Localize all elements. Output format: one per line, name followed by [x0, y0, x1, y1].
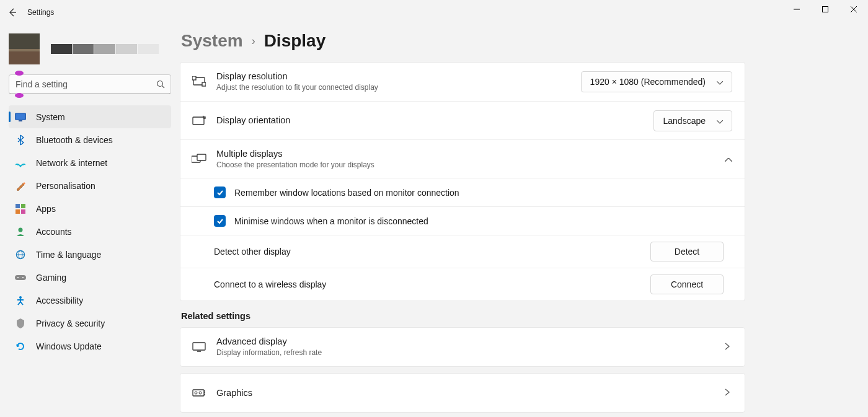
chevron-right-icon: › [252, 35, 255, 48]
checkbox-label: Minimise windows when a monitor is disco… [234, 216, 428, 226]
svg-point-4 [157, 81, 163, 87]
resolution-dropdown[interactable]: 1920 × 1080 (Recommended) [581, 71, 732, 92]
row-multiple-displays[interactable]: Multiple displays Choose the presentatio… [180, 139, 745, 178]
row-subtitle: Display information, refresh rate [216, 348, 715, 358]
checkbox-remember-locations[interactable]: Remember window locations based on monit… [180, 178, 745, 206]
svg-rect-9 [16, 204, 20, 208]
row-title: Graphics [216, 387, 715, 399]
svg-rect-17 [15, 275, 26, 280]
breadcrumb-parent[interactable]: System [181, 31, 243, 51]
nav-item-network[interactable]: Network & internet [9, 151, 171, 174]
check-icon [216, 189, 224, 196]
nav-label: Gaming [36, 273, 66, 283]
nav-item-update[interactable]: Windows Update [9, 335, 171, 358]
checkbox-minimise-disconnect[interactable]: Minimise windows when a monitor is disco… [180, 206, 745, 235]
apps-icon [15, 203, 26, 214]
nav-item-system[interactable]: System [9, 105, 171, 128]
nav-item-time-language[interactable]: Time & language [9, 243, 171, 266]
detect-button[interactable]: Detect [650, 242, 724, 261]
nav-label: Privacy & security [36, 318, 105, 328]
privacy-icon [15, 318, 26, 329]
bluetooth-icon [15, 134, 26, 146]
label: Connect to a wireless display [214, 279, 326, 289]
accounts-icon [15, 226, 26, 237]
nav-item-privacy[interactable]: Privacy & security [9, 312, 171, 335]
row-advanced-display[interactable]: Advanced display Display information, re… [180, 327, 745, 367]
nav-item-bluetooth[interactable]: Bluetooth & devices [9, 128, 171, 151]
svg-rect-26 [197, 154, 206, 160]
svg-point-19 [22, 277, 24, 278]
row-graphics[interactable]: Graphics [180, 373, 745, 413]
close-icon [851, 6, 857, 12]
svg-point-33 [195, 392, 197, 394]
nav-label: System [36, 112, 65, 122]
time-language-icon [15, 249, 26, 260]
related-heading: Related settings [181, 311, 745, 321]
nav-item-apps[interactable]: Apps [9, 197, 171, 220]
checkbox[interactable] [214, 215, 226, 227]
row-display-orientation[interactable]: Display orientation Landscape [180, 101, 745, 139]
svg-point-8 [20, 165, 22, 167]
nav-label: Bluetooth & devices [36, 135, 113, 145]
svg-point-34 [199, 392, 202, 394]
network-icon [15, 157, 26, 169]
maximize-button[interactable] [811, 0, 839, 19]
svg-point-20 [19, 296, 22, 299]
row-title: Advanced display [216, 336, 715, 348]
breadcrumb: System › Display [180, 31, 745, 62]
arrow-left-icon [7, 7, 17, 17]
chevron-right-icon [725, 387, 730, 398]
row-connect-wireless: Connect to a wireless display Connect [180, 268, 745, 301]
row-title: Multiple displays [216, 148, 715, 160]
multiple-displays-icon [192, 154, 206, 165]
nav-label: Time & language [36, 250, 101, 260]
nav-item-personalisation[interactable]: Personalisation [9, 174, 171, 197]
dropdown-value: 1920 × 1080 (Recommended) [590, 77, 706, 87]
nav-item-accounts[interactable]: Accounts [9, 220, 171, 243]
avatar [9, 33, 40, 64]
svg-rect-24 [193, 117, 204, 125]
row-subtitle: Adjust the resolution to fit your connec… [216, 82, 571, 93]
row-display-resolution[interactable]: Display resolution Adjust the resolution… [180, 63, 745, 101]
checkbox-label: Remember window locations based on monit… [234, 188, 459, 198]
resolution-icon [192, 76, 206, 87]
nav-label: Apps [36, 204, 56, 214]
back-button[interactable] [0, 0, 25, 25]
advanced-display-icon [192, 342, 206, 352]
nav-label: Accessibility [36, 296, 83, 305]
svg-rect-11 [16, 209, 20, 214]
gaming-icon [15, 272, 26, 283]
search-input[interactable] [9, 74, 171, 94]
user-block[interactable] [9, 33, 171, 64]
sidebar: System Bluetooth & devices Network & int… [0, 25, 180, 417]
nav-item-accessibility[interactable]: Accessibility [9, 289, 171, 312]
svg-rect-22 [192, 76, 196, 80]
search-wrap [9, 74, 171, 94]
chevron-right-icon [725, 341, 730, 353]
nav-label: Accounts [36, 227, 72, 237]
minimize-icon [794, 6, 800, 12]
svg-rect-10 [21, 204, 25, 208]
row-title: Display resolution [216, 71, 571, 82]
nav-item-gaming[interactable]: Gaming [9, 266, 171, 289]
label: Detect other display [214, 247, 291, 257]
checkbox[interactable] [214, 187, 226, 198]
system-icon [15, 112, 26, 123]
accessibility-icon [15, 295, 26, 306]
svg-point-13 [19, 227, 23, 232]
nav-label: Personalisation [36, 181, 95, 191]
row-title: Display orientation [216, 115, 644, 126]
svg-rect-6 [16, 113, 26, 120]
orientation-dropdown[interactable]: Landscape [653, 110, 732, 131]
window-title: Settings [27, 8, 54, 17]
user-name-placeholder [51, 44, 159, 54]
maximize-icon [822, 6, 828, 12]
dropdown-value: Landscape [663, 116, 706, 126]
row-subtitle: Choose the presentation mode for your di… [216, 160, 715, 170]
close-button[interactable] [839, 0, 868, 19]
minimize-button[interactable] [782, 0, 811, 19]
connect-button[interactable]: Connect [650, 274, 724, 294]
update-icon [15, 341, 26, 352]
display-settings-group: Display resolution Adjust the resolution… [180, 62, 745, 301]
svg-rect-7 [19, 120, 22, 121]
